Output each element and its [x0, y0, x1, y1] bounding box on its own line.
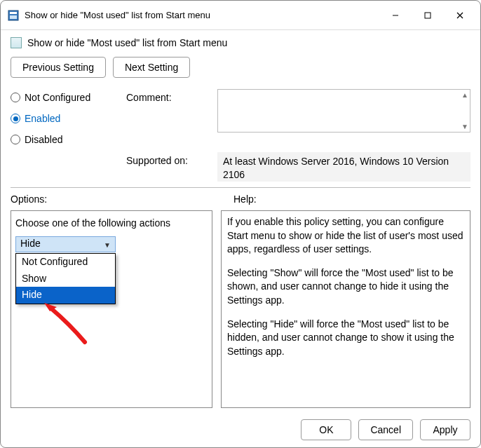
supported-on-text: At least Windows Server 2016, Windows 10… [217, 152, 470, 182]
comment-scroll-down[interactable]: ▼ [461, 123, 468, 130]
help-paragraph-2: Selecting "Show" will force the "Most us… [227, 266, 464, 308]
action-select-value: Hide [20, 237, 41, 251]
help-label: Help: [221, 194, 257, 205]
divider [11, 187, 470, 188]
action-select[interactable]: Hide ▼ [15, 236, 116, 252]
close-button[interactable] [444, 4, 476, 27]
page-title: Show or hide "Most used" list from Start… [27, 37, 227, 48]
radio-enabled-label: Enabled [25, 113, 60, 124]
action-select-dropdown[interactable]: Not Configured Show Hide [15, 253, 116, 304]
help-paragraph-1: If you enable this policy setting, you c… [227, 215, 464, 257]
cancel-button[interactable]: Cancel [358, 419, 413, 440]
previous-setting-button[interactable]: Previous Setting [11, 57, 106, 78]
comment-scroll-up[interactable]: ▲ [461, 91, 468, 99]
svg-rect-4 [425, 13, 431, 18]
comment-label: Comment: [126, 89, 217, 103]
apply-button[interactable]: Apply [420, 419, 470, 440]
action-option-hide[interactable]: Hide [16, 287, 115, 304]
app-icon [8, 10, 19, 21]
options-prompt: Choose one of the following actions [15, 217, 208, 231]
next-setting-button[interactable]: Next Setting [113, 57, 190, 78]
radio-disabled[interactable]: Disabled [11, 134, 126, 145]
minimize-button[interactable] [379, 4, 412, 27]
chevron-down-icon: ▼ [104, 240, 111, 250]
help-paragraph-3: Selecting "Hide" will force the "Most us… [227, 318, 464, 359]
policy-icon [11, 37, 22, 48]
action-option-show[interactable]: Show [16, 271, 115, 287]
radio-enabled[interactable]: Enabled [11, 113, 126, 124]
radio-not-configured-label: Not Configured [25, 92, 90, 103]
action-option-not-configured[interactable]: Not Configured [16, 254, 115, 271]
supported-label: Supported on: [126, 152, 217, 166]
window-title: Show or hide "Most used" list from Start… [25, 10, 210, 20]
radio-not-configured[interactable]: Not Configured [11, 92, 126, 103]
help-panel: If you enable this policy setting, you c… [221, 210, 470, 408]
options-label: Options: [11, 194, 221, 205]
comment-input[interactable]: ▲ ▼ [217, 89, 470, 133]
svg-rect-2 [10, 15, 17, 19]
maximize-button[interactable] [412, 4, 444, 27]
ok-button[interactable]: OK [301, 419, 351, 440]
radio-disabled-label: Disabled [25, 134, 62, 145]
options-panel: Choose one of the following actions Hide… [11, 210, 212, 408]
svg-rect-1 [10, 12, 17, 14]
